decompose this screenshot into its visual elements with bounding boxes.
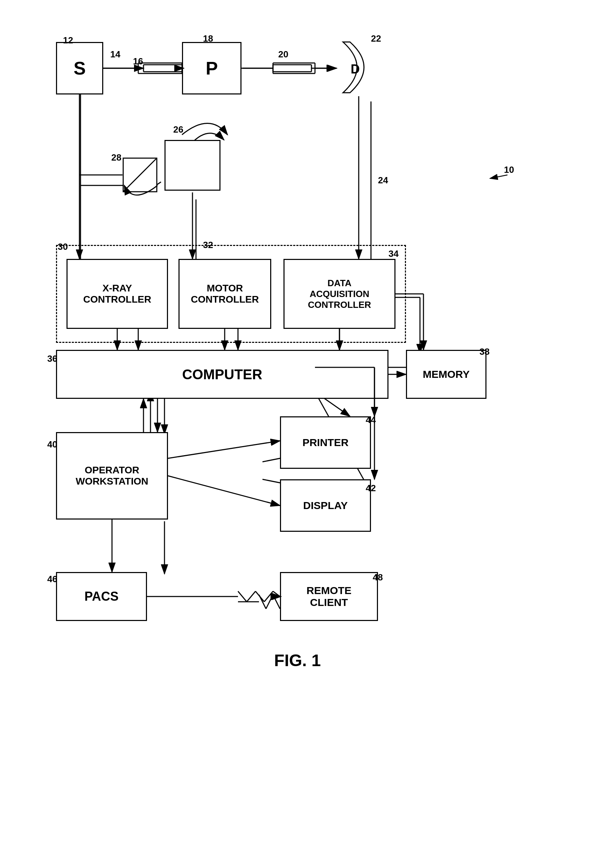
d-detector: D — [336, 39, 382, 96]
figure-label: FIG. 1 — [227, 651, 368, 670]
ref-34: 34 — [388, 249, 399, 259]
remote-client-box: REMOTE CLIENT — [280, 572, 378, 621]
p-box: P — [182, 42, 241, 94]
ref-12: 12 — [63, 35, 73, 46]
page: S 12 P 18 D 22 14 16 20 24 10 26 — [0, 0, 603, 868]
svg-line-40 — [490, 175, 507, 178]
svg-line-75 — [168, 476, 280, 505]
ref-40: 40 — [47, 439, 57, 450]
s-box: S — [56, 42, 103, 94]
ref-28: 28 — [111, 152, 121, 163]
svg-line-35 — [273, 595, 280, 609]
printer-box: PRINTER — [280, 416, 371, 469]
ref-30: 30 — [58, 241, 68, 252]
ref-16: 16 — [133, 56, 143, 67]
ref-24: 24 — [378, 175, 388, 186]
ref-48: 48 — [373, 572, 383, 583]
ref-38: 38 — [479, 346, 490, 357]
xray-controller-box: X-RAY CONTROLLER — [66, 259, 168, 329]
ref-10-arrow — [487, 161, 515, 182]
svg-line-80 — [255, 591, 264, 602]
data-acq-controller-box: DATA ACQUISITION CONTROLLER — [283, 259, 396, 329]
svg-line-79 — [247, 591, 255, 602]
ref-14: 14 — [110, 49, 121, 60]
ref-22: 22 — [371, 33, 381, 44]
svg-line-81 — [264, 591, 273, 602]
svg-line-82 — [273, 591, 280, 596]
svg-line-74 — [168, 441, 280, 458]
ref-18: 18 — [203, 33, 213, 44]
svg-line-33 — [259, 595, 266, 609]
ref-36: 36 — [47, 354, 57, 364]
svg-text:D: D — [351, 62, 360, 76]
pacs-box: PACS — [56, 572, 147, 621]
motor-controller-box: MOTOR CONTROLLER — [178, 259, 271, 329]
display-box: DISPLAY — [280, 479, 371, 532]
ref-46: 46 — [47, 574, 57, 585]
svg-line-78 — [238, 591, 247, 602]
svg-line-34 — [266, 595, 273, 609]
ref-32: 32 — [203, 239, 213, 250]
operator-ws-box: OPERATOR WORKSTATION — [56, 432, 168, 519]
memory-box: MEMORY — [406, 350, 487, 399]
ref-42: 42 — [366, 483, 376, 494]
ref-44: 44 — [366, 415, 376, 425]
mirror-28 — [122, 158, 158, 192]
diagram-container: S 12 P 18 D 22 14 16 20 24 10 26 — [35, 14, 567, 832]
ref-20: 20 — [278, 49, 288, 60]
motor-26-box — [164, 140, 221, 191]
ref-26: 26 — [173, 124, 183, 135]
computer-box: COMPUTER — [56, 350, 388, 399]
